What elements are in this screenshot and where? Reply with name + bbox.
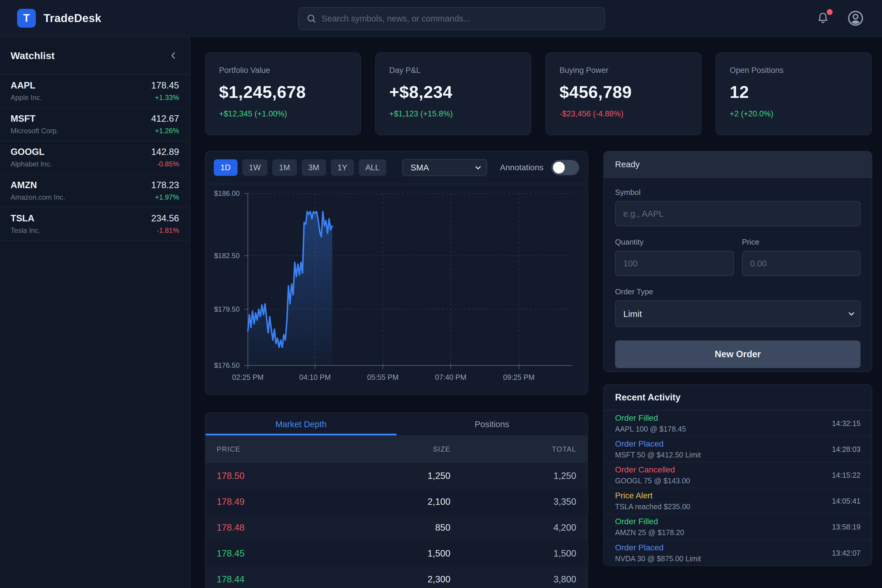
- search-bar[interactable]: [298, 7, 605, 30]
- watchlist-change: +1.26%: [151, 127, 179, 135]
- order-type-select-wrap: Limit: [615, 300, 861, 327]
- watchlist-item-aapl[interactable]: AAPL Apple Inc. 178.45 +1.33%: [0, 75, 190, 108]
- column-header-size: SIZE: [337, 445, 450, 453]
- stat-value: $1,245,678: [219, 82, 347, 102]
- stat-value: 12: [730, 82, 858, 102]
- watchlist-company: Amazon.com Inc.: [10, 193, 65, 201]
- watchlist-price: 412.67: [151, 114, 179, 124]
- activity-item: Order Filled AMZN 25 @ $178.20 13:58:19: [604, 514, 872, 540]
- watchlist-header: Watchlist: [0, 37, 190, 75]
- stat-label: Portfolio Value: [219, 66, 347, 75]
- stat-value: $456,789: [560, 82, 687, 102]
- y-tick-label: $176.50: [214, 362, 240, 369]
- watchlist-company: Microsoft Corp.: [10, 127, 58, 135]
- activity-detail: NVDA 30 @ $875.00 Limit: [615, 555, 701, 563]
- annotations-toggle[interactable]: [551, 160, 579, 175]
- watchlist-company: Alphabet Inc.: [10, 160, 52, 168]
- watchlist-symbol: AAPL: [10, 80, 42, 91]
- depth-row[interactable]: 178.48 850 4,200: [206, 515, 587, 541]
- timeframe-button-1d[interactable]: 1D: [214, 159, 237, 176]
- depth-size: 850: [337, 522, 450, 533]
- price-line-chart[interactable]: [248, 194, 572, 366]
- stat-label: Open Positions: [730, 66, 858, 75]
- indicator-select[interactable]: SMA: [402, 159, 487, 176]
- activity-item: Order Placed MSFT 50 @ $412.50 Limit 14:…: [604, 436, 872, 462]
- depth-tab-bar: Market Depth Positions: [206, 413, 587, 435]
- depth-size: 1,500: [337, 548, 450, 559]
- depth-total: 3,350: [450, 496, 576, 507]
- depth-price: 178.50: [217, 471, 337, 481]
- stat-change: +$1,123 (+15.8%): [389, 110, 517, 118]
- activity-item: Price Alert TSLA reached $235.00 14:05:4…: [604, 488, 872, 514]
- timeframe-button-1y[interactable]: 1Y: [331, 159, 354, 176]
- depth-table-header: PRICE SIZE TOTAL: [206, 435, 587, 463]
- new-order-button[interactable]: New Order: [615, 340, 861, 368]
- x-tick-label: 02:25 PM: [232, 373, 263, 382]
- y-tick-label: $179.50: [214, 305, 240, 314]
- timeframe-button-1m[interactable]: 1M: [272, 159, 297, 176]
- indicator-select-wrap: SMA: [402, 159, 487, 176]
- activity-event: Price Alert: [615, 491, 690, 500]
- watchlist-item-amzn[interactable]: AMZN Amazon.com Inc. 178.23 +1.97%: [0, 174, 190, 208]
- watchlist-price: 178.23: [151, 180, 179, 190]
- app-logo: T: [17, 9, 36, 28]
- y-tick-label: $182.50: [214, 252, 240, 260]
- depth-row[interactable]: 178.50 1,250 1,250: [206, 463, 587, 489]
- avatar-button[interactable]: [847, 9, 864, 27]
- activity-event: Order Filled: [615, 517, 684, 526]
- depth-row[interactable]: 178.44 2,300 3,800: [206, 567, 587, 588]
- x-tick-label: 07:40 PM: [435, 373, 466, 382]
- activity-time: 14:15:22: [832, 471, 861, 480]
- sidebar-collapse-button[interactable]: [167, 50, 179, 62]
- watchlist-item-googl[interactable]: GOOGL Alphabet Inc. 142.89 -0.85%: [0, 141, 190, 174]
- notifications-button[interactable]: [816, 12, 830, 25]
- price-input[interactable]: [742, 251, 861, 276]
- watchlist-item-msft[interactable]: MSFT Microsoft Corp. 412.67 +1.26%: [0, 108, 190, 141]
- tab-market-depth[interactable]: Market Depth: [206, 413, 397, 435]
- stat-change: +2 (+20.0%): [730, 110, 858, 118]
- stat-cards-row: Portfolio Value $1,245,678 +$12,345 (+1.…: [205, 52, 872, 135]
- activity-item: Order Filled AAPL 100 @ $178.45 14:32:15: [604, 411, 872, 436]
- timeframe-buttons: 1D 1W 1M 3M 1Y ALL: [214, 159, 386, 176]
- activity-time: 13:58:19: [832, 523, 861, 531]
- activity-time: 14:05:41: [832, 497, 861, 506]
- search-icon: [306, 14, 316, 24]
- symbol-label: Symbol: [615, 188, 861, 197]
- watchlist-change: -0.85%: [151, 160, 179, 168]
- symbol-input[interactable]: [615, 201, 861, 226]
- depth-size: 2,300: [337, 574, 450, 585]
- depth-size: 2,100: [337, 496, 450, 507]
- recent-activity-panel: Recent Activity Order Filled AAPL 100 @ …: [603, 384, 872, 566]
- price-chart-panel: 1D 1W 1M 3M 1Y ALL SMA Annotations $186.…: [205, 151, 588, 395]
- depth-row[interactable]: 178.49 2,100 3,350: [206, 489, 587, 515]
- activity-time: 13:42:07: [832, 549, 861, 557]
- watchlist-title: Watchlist: [10, 50, 55, 62]
- depth-total: 4,200: [450, 522, 576, 533]
- activity-item: Order Placed NVDA 30 @ $875.00 Limit 13:…: [604, 540, 872, 566]
- order-type-select[interactable]: Limit: [615, 300, 861, 327]
- depth-table-body: 178.50 1,250 1,250 178.49 2,100 3,350 17…: [206, 463, 587, 588]
- app-logo-letter: T: [23, 12, 30, 24]
- market-depth-panel: Market Depth Positions PRICE SIZE TOTAL …: [205, 412, 588, 588]
- watchlist-symbol: AMZN: [10, 180, 65, 190]
- activity-event: Order Placed: [615, 543, 701, 552]
- quantity-input[interactable]: [615, 251, 734, 276]
- watchlist-price: 234.56: [151, 213, 179, 224]
- chevron-left-icon: [167, 50, 179, 62]
- quantity-label: Quantity: [615, 237, 734, 247]
- timeframe-button-3m[interactable]: 3M: [302, 159, 326, 176]
- timeframe-button-1w[interactable]: 1W: [242, 159, 268, 176]
- stat-card-portfolio-value: Portfolio Value $1,245,678 +$12,345 (+1.…: [205, 52, 361, 135]
- timeframe-button-all[interactable]: ALL: [358, 159, 386, 176]
- depth-row[interactable]: 178.45 1,500 1,500: [206, 541, 587, 567]
- activity-detail: AMZN 25 @ $178.20: [615, 528, 684, 537]
- order-status-text: Ready: [615, 160, 640, 170]
- depth-total: 3,800: [450, 574, 576, 585]
- search-input[interactable]: [322, 14, 597, 24]
- watchlist-change: -1.81%: [151, 226, 179, 235]
- watchlist-item-tsla[interactable]: TSLA Tesla Inc. 234.56 -1.81%: [0, 208, 190, 241]
- tab-positions[interactable]: Positions: [397, 413, 588, 435]
- stat-change: +$12,345 (+1.00%): [219, 110, 347, 118]
- stat-card-open-positions: Open Positions 12 +2 (+20.0%): [716, 52, 872, 135]
- notification-badge: [827, 9, 832, 15]
